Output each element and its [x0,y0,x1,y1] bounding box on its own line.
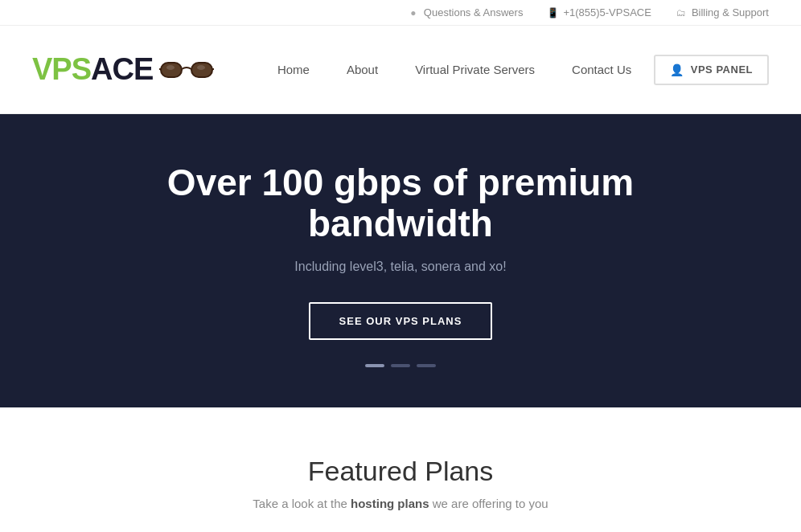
billing-icon: 🗂 [676,7,687,18]
person-icon: 👤 [670,63,684,76]
phone-link[interactable]: 📱 +1(855)5-VPSACE [547,6,651,18]
nav-home[interactable]: Home [263,55,324,84]
slide-indicators [365,364,436,367]
main-nav: Home About Virtual Private Servers Conta… [263,55,769,85]
featured-plans-title: Featured Plans [32,456,769,487]
top-bar: ● Questions & Answers 📱 +1(855)5-VPSACE … [0,0,801,26]
phone-label: +1(855)5-VPSACE [563,6,651,18]
vps-panel-button[interactable]: 👤 VPS PANEL [654,55,769,85]
logo-icon [159,55,214,85]
svg-rect-1 [191,63,212,77]
nav-vps[interactable]: Virtual Private Servers [400,55,549,84]
nav-contact[interactable]: Contact Us [557,55,646,84]
hero-section: Over 100 gbps of premium bandwidth Inclu… [0,114,801,407]
qa-link[interactable]: ● Questions & Answers [408,6,524,18]
subtitle-end: we are offering to you [429,497,548,510]
subtitle-plain: Take a look at the [253,497,351,510]
nav-about[interactable]: About [332,55,392,84]
hero-title: Over 100 gbps of premium bandwidth [79,162,722,243]
slide-dot-1[interactable] [365,364,384,367]
billing-label: Billing & Support [692,6,769,18]
logo-ace: ACE [91,52,153,87]
qa-label: Questions & Answers [424,6,524,18]
logo[interactable]: VPS ACE [32,52,214,87]
featured-plans-section: Featured Plans Take a look at the hostin… [0,407,801,532]
header: VPS ACE Home About [0,26,801,114]
circle-icon: ● [408,7,419,18]
hero-subtitle: Including level3, telia, sonera and xo! [294,260,506,274]
svg-point-4 [166,65,175,70]
featured-plans-subtitle: Take a look at the hosting plans we are … [32,497,769,510]
slide-dot-3[interactable] [417,364,436,367]
svg-point-5 [197,65,205,70]
phone-icon: 📱 [547,7,558,18]
see-vps-plans-button[interactable]: SEE OUR VPS PLANS [309,302,493,340]
slide-dot-2[interactable] [391,364,410,367]
billing-link[interactable]: 🗂 Billing & Support [676,6,769,18]
logo-vps: VPS [32,52,91,87]
subtitle-bold: hosting plans [351,497,429,510]
svg-rect-0 [161,63,182,77]
vps-panel-label: VPS PANEL [691,63,753,76]
